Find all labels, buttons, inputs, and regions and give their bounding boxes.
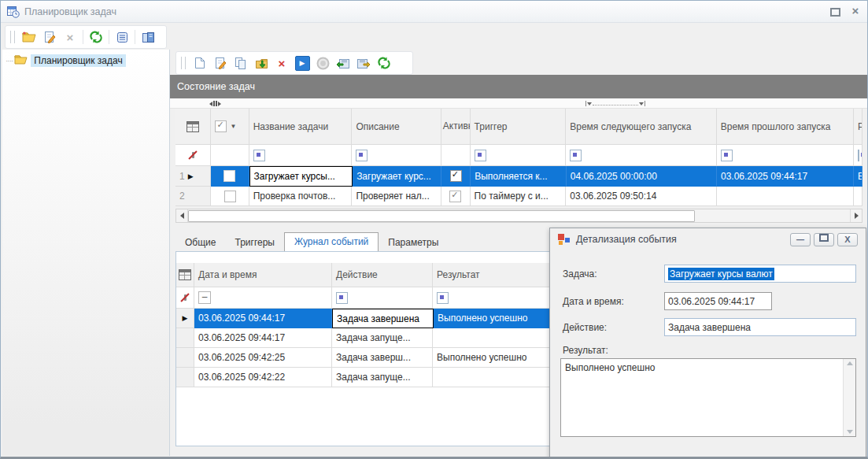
column-header-action[interactable]: Действие: [332, 263, 433, 287]
filter-operator-button[interactable]: –: [198, 291, 211, 304]
task-row[interactable]: 2 Проверка почтов... Проверяет нал... По…: [175, 187, 862, 206]
stop-task-icon[interactable]: [313, 54, 332, 72]
tasks-hscrollbar[interactable]: [175, 209, 862, 223]
close-button[interactable]: ×: [849, 4, 862, 17]
save-export-icon[interactable]: [354, 54, 373, 72]
scrollbar-thumb[interactable]: [188, 210, 695, 222]
filter-check-cell[interactable]: [211, 145, 249, 166]
task-field-input[interactable]: Загружает курсы валют: [664, 265, 856, 283]
filter-action-cell[interactable]: [332, 287, 433, 309]
grid-menu-button[interactable]: [175, 109, 211, 145]
task-name-cell[interactable]: Проверка почтов...: [249, 187, 353, 206]
reference-book-icon[interactable]: [139, 28, 157, 46]
result-textarea[interactable]: Выполнено успешно: [560, 358, 856, 437]
filter-datetime-cell[interactable]: –: [194, 287, 332, 309]
log-action-cell[interactable]: Задача запуще...: [332, 328, 433, 348]
refresh-tasks-icon[interactable]: [375, 54, 393, 72]
copy-task-icon[interactable]: [231, 54, 250, 72]
task-next-run-cell[interactable]: 03.06.2025 09:50:14: [566, 187, 716, 206]
filter-desc-cell[interactable]: [352, 145, 441, 166]
toolbar-grip[interactable]: [181, 57, 186, 69]
filter-last-run-cell[interactable]: [717, 145, 854, 166]
tree-item-scheduler[interactable]: ···· Планировщик задач: [2, 50, 169, 67]
filter-button-icon[interactable]: [475, 150, 486, 161]
task-next-run-cell[interactable]: 04.06.2025 00:00:00: [567, 166, 717, 187]
log-datetime-cell[interactable]: 03.06.2025 09:42:22: [194, 368, 332, 387]
edit-icon[interactable]: [40, 28, 59, 46]
textarea-scrollbar[interactable]: [843, 359, 855, 436]
task-desc-cell[interactable]: Проверяет нал...: [352, 187, 441, 206]
task-last-run-cell[interactable]: [717, 187, 854, 206]
scroll-right-button[interactable]: [850, 209, 862, 222]
open-folder-icon[interactable]: [20, 28, 39, 46]
action-field-input[interactable]: Задача завершена: [664, 318, 856, 336]
maximize-button[interactable]: [829, 8, 841, 19]
row-checkbox[interactable]: [224, 191, 236, 202]
filter-button-icon[interactable]: [356, 150, 368, 161]
task-result-cell[interactable]: [854, 187, 862, 206]
task-last-run-cell[interactable]: 03.06.2025 09:44:17: [717, 166, 854, 187]
active-checkbox[interactable]: [450, 170, 462, 182]
column-header-next-run[interactable]: Время следующего запуска: [566, 109, 716, 145]
active-checkbox[interactable]: [449, 191, 461, 202]
tab-triggers[interactable]: Триггеры: [225, 234, 284, 252]
filter-button-icon[interactable]: [437, 292, 449, 304]
filter-result-cell[interactable]: [854, 145, 862, 166]
load-restore-icon[interactable]: [334, 54, 353, 72]
column-header-datetime[interactable]: Дата и время: [194, 263, 332, 287]
log-datetime-cell[interactable]: 03.06.2025 09:42:25: [194, 348, 332, 368]
task-row[interactable]: 1▶ Загружает курсы... Загружает курс... …: [175, 166, 862, 187]
filter-next-run-cell[interactable]: [566, 145, 716, 166]
log-action-cell[interactable]: Задача заверш...: [332, 348, 433, 368]
refresh-icon[interactable]: [87, 28, 105, 46]
filter-button-icon[interactable]: [721, 150, 733, 161]
filter-pin-icon[interactable]: [176, 287, 194, 309]
task-trigger-cell[interactable]: По таймеру с и...: [471, 187, 567, 206]
filter-name-cell[interactable]: [249, 145, 353, 166]
filter-active-cell[interactable]: [441, 145, 471, 166]
column-header-name[interactable]: Название задачи: [249, 109, 353, 145]
row-checkbox[interactable]: [223, 170, 235, 182]
task-active-cell[interactable]: [441, 166, 471, 187]
select-all-header[interactable]: ▼: [211, 109, 249, 145]
task-name-cell[interactable]: Загружает курсы...: [249, 166, 353, 187]
datetime-field-input[interactable]: 03.06.2025 09:44:17: [664, 292, 772, 310]
task-active-cell[interactable]: [441, 187, 471, 206]
filter-button-icon[interactable]: [336, 292, 348, 304]
edit-task-icon[interactable]: [211, 54, 230, 72]
column-header-active[interactable]: Активна: [441, 109, 471, 145]
column-header-result[interactable]: Ре: [854, 109, 862, 145]
log-action-cell[interactable]: Задача запуще...: [332, 368, 433, 387]
column-header-trigger[interactable]: Триггер: [471, 109, 567, 145]
task-trigger-cell[interactable]: Выполняется к...: [471, 166, 567, 187]
filter-button-icon[interactable]: [858, 150, 859, 161]
import-task-icon[interactable]: [252, 54, 271, 72]
log-action-cell[interactable]: Задача завершена: [332, 309, 434, 328]
filter-trigger-cell[interactable]: [471, 145, 567, 166]
grid-menu-button[interactable]: [176, 263, 194, 287]
log-datetime-cell[interactable]: 03.06.2025 09:44:17: [194, 309, 332, 328]
run-task-icon[interactable]: ▶: [293, 54, 312, 72]
row-select-cell[interactable]: [211, 166, 249, 187]
band-resize-marker[interactable]: [585, 101, 645, 106]
scroll-left-button[interactable]: [176, 209, 188, 222]
delete-icon[interactable]: ×: [61, 28, 79, 46]
fixed-column-splitter[interactable]: [209, 101, 221, 106]
tab-parameters[interactable]: Параметры: [379, 234, 448, 252]
task-desc-cell[interactable]: Загружает курс...: [353, 166, 441, 187]
dialog-close-button[interactable]: X: [837, 233, 858, 246]
select-all-checkbox[interactable]: [215, 120, 227, 132]
toolbar-grip[interactable]: [10, 31, 15, 43]
delete-task-icon[interactable]: ×: [272, 54, 291, 72]
row-select-cell[interactable]: [211, 187, 249, 206]
filter-button-icon[interactable]: [570, 150, 582, 161]
new-task-icon[interactable]: [190, 54, 209, 72]
dialog-maximize-button[interactable]: [814, 233, 834, 246]
column-header-last-run[interactable]: Время прошлого запуска: [717, 109, 854, 145]
dialog-minimize-button[interactable]: —: [790, 233, 811, 246]
filter-pin-icon[interactable]: [175, 145, 211, 166]
log-datetime-cell[interactable]: 03.06.2025 09:44:17: [194, 328, 332, 348]
task-result-cell[interactable]: В: [854, 166, 862, 187]
tab-general[interactable]: Общие: [175, 234, 225, 252]
event-log-icon[interactable]: [113, 28, 131, 46]
